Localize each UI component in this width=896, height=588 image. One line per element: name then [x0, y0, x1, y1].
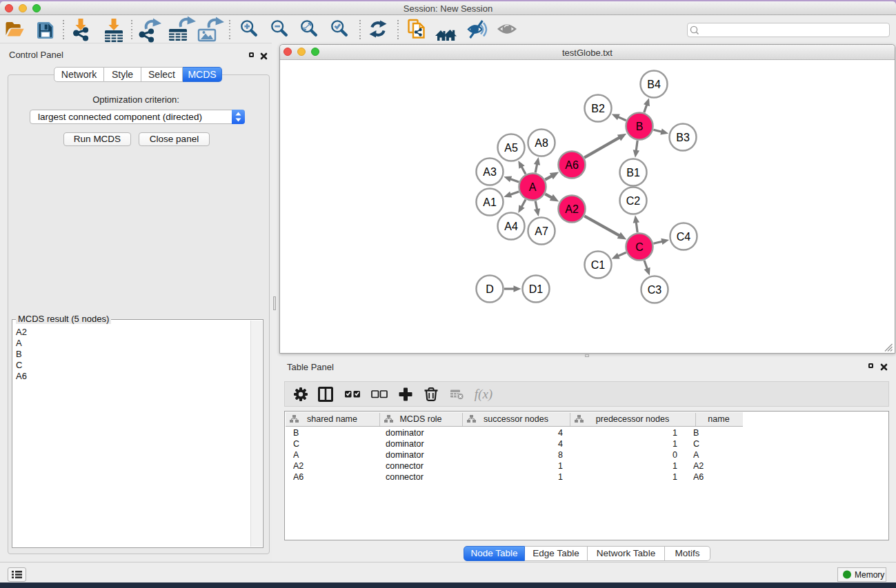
svg-text:f(x): f(x)	[475, 387, 492, 402]
svg-text:A3: A3	[483, 166, 497, 178]
svg-text:C: C	[635, 241, 644, 253]
svg-text:C1: C1	[591, 259, 606, 271]
svg-text:B3: B3	[676, 132, 690, 143]
svg-text:B: B	[636, 121, 644, 132]
svg-text:A: A	[529, 181, 537, 193]
svg-text:D: D	[486, 283, 494, 295]
svg-text:A8: A8	[535, 137, 548, 149]
svg-text:A6: A6	[565, 159, 579, 171]
svg-text:A1: A1	[483, 196, 497, 208]
svg-text:A2: A2	[565, 203, 579, 215]
svg-text:C3: C3	[648, 284, 662, 296]
svg-text:C2: C2	[626, 195, 641, 207]
svg-text:A7: A7	[535, 225, 548, 237]
svg-text:A4: A4	[504, 221, 518, 232]
svg-text:B2: B2	[591, 103, 605, 114]
svg-text:C4: C4	[677, 231, 691, 243]
svg-text:D1: D1	[529, 283, 544, 295]
svg-text:B4: B4	[647, 79, 661, 90]
svg-text:A5: A5	[504, 142, 518, 154]
svg-text:B1: B1	[626, 167, 640, 179]
